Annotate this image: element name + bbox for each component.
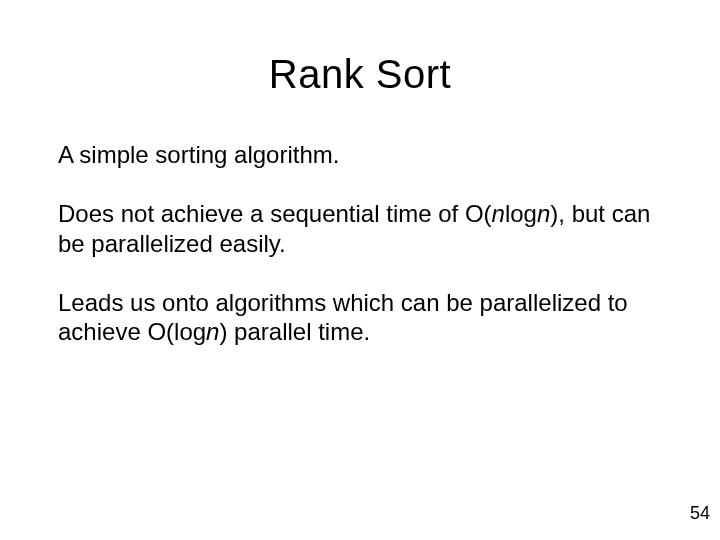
paragraph-2: Does not achieve a sequential time of O(…: [58, 199, 662, 258]
slide: Rank Sort A simple sorting algorithm. Do…: [0, 0, 720, 540]
paragraph-1: A simple sorting algorithm.: [58, 140, 662, 169]
p2-var-n2: n: [537, 200, 550, 227]
p3-text-b: ) parallel time.: [219, 318, 370, 345]
slide-body: A simple sorting algorithm. Does not ach…: [58, 140, 662, 376]
p2-text-b: log: [505, 200, 537, 227]
p3-var-n: n: [206, 318, 219, 345]
slide-title: Rank Sort: [0, 52, 720, 97]
p2-text-a: Does not achieve a sequential time of O(: [58, 200, 492, 227]
paragraph-3: Leads us onto algorithms which can be pa…: [58, 288, 662, 347]
page-number: 54: [690, 503, 710, 524]
p2-var-n1: n: [492, 200, 505, 227]
